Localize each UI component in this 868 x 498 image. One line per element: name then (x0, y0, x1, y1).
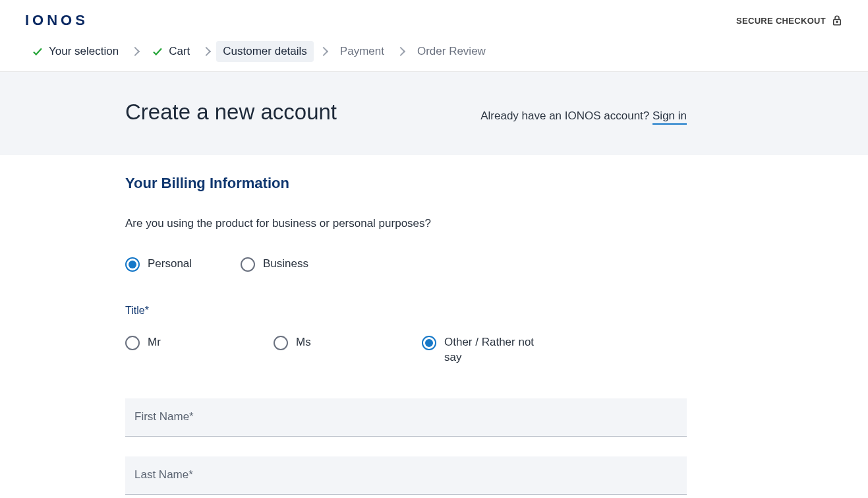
first-name-wrap (125, 398, 687, 437)
radio-label: Mr (148, 335, 161, 350)
header-top: IONOS SECURE CHECKOUT (25, 12, 843, 29)
title-radio-group: Mr Ms Other / Rather not say (125, 335, 687, 365)
radio-icon (422, 336, 436, 350)
radio-icon (241, 257, 255, 272)
svg-point-1 (836, 21, 838, 22)
header: IONOS SECURE CHECKOUT Your selection Car… (0, 0, 868, 72)
lock-icon (831, 15, 843, 26)
check-icon (32, 46, 43, 57)
page-title: Create a new account (125, 100, 337, 125)
last-name-input[interactable] (125, 456, 687, 495)
main: Your Billing Information Are you using t… (0, 155, 868, 498)
breadcrumb-step-customer[interactable]: Customer details (216, 41, 314, 62)
breadcrumb-step-payment[interactable]: Payment (333, 41, 391, 62)
radio-label: Ms (296, 335, 311, 350)
secure-checkout-label: SECURE CHECKOUT (736, 15, 843, 26)
radio-label: Business (263, 257, 308, 272)
title-mr-option[interactable]: Mr (125, 335, 274, 365)
signin-prompt: Already have an IONOS account? Sign in (480, 109, 687, 123)
purpose-business-option[interactable]: Business (241, 257, 356, 272)
breadcrumb: Your selection Cart Customer details Pay… (25, 41, 843, 71)
chevron-right-icon (319, 47, 328, 56)
breadcrumb-step-selection[interactable]: Your selection (25, 41, 125, 62)
purpose-question: Are you using the product for business o… (125, 217, 687, 230)
hero: Create a new account Already have an ION… (0, 72, 868, 155)
radio-icon (274, 336, 288, 350)
signin-link[interactable]: Sign in (652, 109, 687, 125)
breadcrumb-step-review[interactable]: Order Review (411, 41, 492, 62)
breadcrumb-label: Payment (340, 45, 384, 58)
signin-prompt-text: Already have an IONOS account? (480, 109, 652, 122)
chevron-right-icon (396, 47, 405, 56)
purpose-radio-group: Personal Business (125, 257, 687, 272)
breadcrumb-label: Customer details (223, 45, 307, 58)
logo[interactable]: IONOS (25, 12, 88, 29)
secure-checkout-text: SECURE CHECKOUT (736, 16, 826, 26)
radio-label: Other / Rather not say (444, 335, 554, 365)
radio-label: Personal (148, 257, 192, 272)
breadcrumb-label: Order Review (417, 45, 486, 58)
purpose-personal-option[interactable]: Personal (125, 257, 241, 272)
last-name-wrap (125, 456, 687, 495)
billing-heading: Your Billing Information (125, 175, 687, 192)
title-field-label: Title* (125, 305, 687, 317)
title-ms-option[interactable]: Ms (274, 335, 422, 365)
first-name-input[interactable] (125, 398, 687, 437)
radio-icon (125, 336, 140, 350)
chevron-right-icon (202, 47, 211, 56)
breadcrumb-label: Cart (169, 45, 190, 58)
breadcrumb-step-cart[interactable]: Cart (145, 41, 196, 62)
breadcrumb-label: Your selection (49, 45, 119, 58)
title-other-option[interactable]: Other / Rather not say (422, 335, 554, 365)
chevron-right-icon (130, 47, 140, 56)
radio-icon (125, 257, 140, 272)
check-icon (152, 46, 163, 57)
